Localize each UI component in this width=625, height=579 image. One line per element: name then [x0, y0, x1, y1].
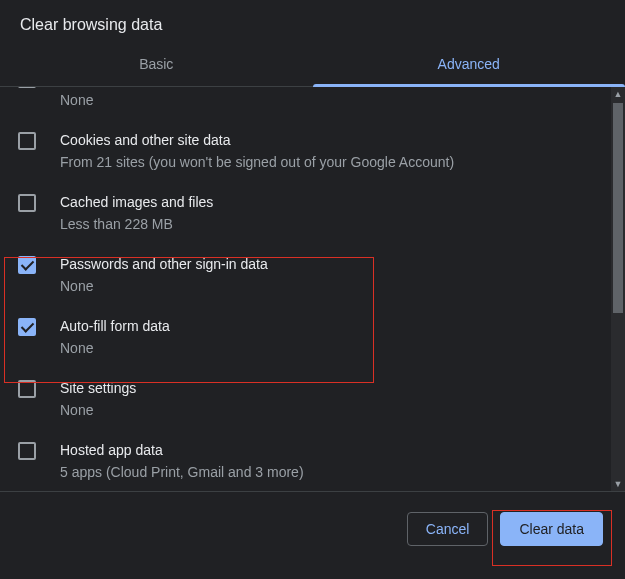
- option-title: Auto-fill form data: [60, 316, 593, 336]
- dialog-footer: Cancel Clear data: [0, 492, 625, 566]
- scrollbar[interactable]: ▲ ▼: [611, 87, 625, 491]
- checkbox-site-settings[interactable]: [18, 380, 36, 398]
- checkbox-cookies[interactable]: [18, 132, 36, 150]
- option-subtitle: Less than 228 MB: [60, 214, 593, 234]
- option-row-cookies: Cookies and other site data From 21 site…: [0, 120, 611, 182]
- checkbox-autofill[interactable]: [18, 318, 36, 336]
- tab-advanced[interactable]: Advanced: [313, 44, 626, 86]
- scroll-up-icon[interactable]: ▲: [611, 87, 625, 101]
- option-subtitle: From 21 sites (you won't be signed out o…: [60, 152, 593, 172]
- options-scroll-area: Download history None Cookies and other …: [0, 87, 625, 492]
- option-row-passwords: Passwords and other sign-in data None: [0, 244, 611, 306]
- option-row-cached: Cached images and files Less than 228 MB: [0, 182, 611, 244]
- option-title: Cookies and other site data: [60, 130, 593, 150]
- option-row-hosted-apps: Hosted app data 5 apps (Cloud Print, Gma…: [0, 430, 611, 492]
- checkbox-passwords[interactable]: [18, 256, 36, 274]
- option-subtitle: None: [60, 400, 593, 420]
- checkbox-cached[interactable]: [18, 194, 36, 212]
- option-title: Cached images and files: [60, 192, 593, 212]
- option-row-site-settings: Site settings None: [0, 368, 611, 430]
- option-subtitle: 5 apps (Cloud Print, Gmail and 3 more): [60, 462, 593, 482]
- option-subtitle: None: [60, 338, 593, 358]
- checkbox-hosted-apps[interactable]: [18, 442, 36, 460]
- clear-data-button[interactable]: Clear data: [500, 512, 603, 546]
- option-subtitle: None: [60, 276, 593, 296]
- option-title: Download history: [60, 87, 593, 88]
- option-title: Site settings: [60, 378, 593, 398]
- tab-bar: Basic Advanced: [0, 44, 625, 87]
- tab-basic[interactable]: Basic: [0, 44, 313, 86]
- scrollbar-thumb[interactable]: [613, 103, 623, 313]
- option-title: Passwords and other sign-in data: [60, 254, 593, 274]
- option-row-autofill: Auto-fill form data None: [0, 306, 611, 368]
- checkbox-download-history[interactable]: [18, 87, 36, 88]
- option-row-download-history: Download history None: [0, 87, 611, 120]
- option-subtitle: None: [60, 90, 593, 110]
- scroll-down-icon[interactable]: ▼: [611, 477, 625, 491]
- dialog-title: Clear browsing data: [0, 0, 625, 44]
- cancel-button[interactable]: Cancel: [407, 512, 489, 546]
- option-title: Hosted app data: [60, 440, 593, 460]
